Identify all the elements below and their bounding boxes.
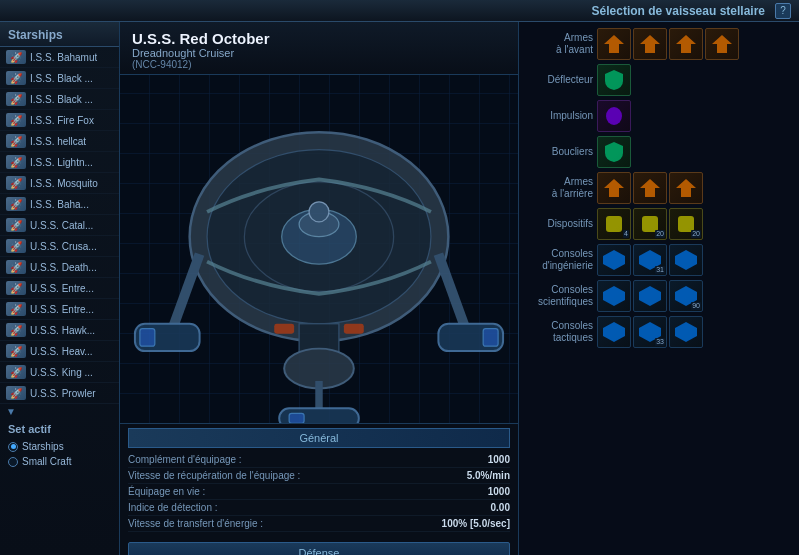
equip-slot-aft-weapons-0[interactable]: [597, 172, 631, 204]
svg-rect-10: [140, 329, 155, 346]
ship-list-icon: 🚀: [6, 218, 26, 232]
equip-slot-impulse-0[interactable]: [597, 100, 631, 132]
equip-slot-fore-weapons-3[interactable]: [705, 28, 739, 60]
ship-registry: (NCC-94012): [132, 59, 506, 70]
equip-slot-devices-0[interactable]: 4: [597, 208, 631, 240]
equip-slot-tac-consoles-0[interactable]: [597, 316, 631, 348]
stat-row: Indice de détection :0.00: [128, 500, 510, 516]
slot-badge: 20: [691, 230, 701, 238]
sidebar-item-iss-baha2[interactable]: 🚀I.S.S. Baha...: [0, 194, 119, 215]
stats-panel: Général Complément d'équipage :1000Vites…: [120, 424, 518, 555]
svg-point-18: [309, 202, 329, 222]
svg-rect-20: [606, 216, 622, 232]
sidebar-item-uss-heav[interactable]: 🚀U.S.S. Heav...: [0, 341, 119, 362]
stat-label: Vitesse de transfert d'énergie :: [128, 518, 263, 529]
sidebar-item-iss-hellcat[interactable]: 🚀I.S.S. hellcat: [0, 131, 119, 152]
equip-section-label: Boucliers: [525, 146, 593, 158]
stat-rows: Complément d'équipage :1000Vitesse de ré…: [128, 452, 510, 532]
sidebar-item-label: I.S.S. Black ...: [30, 73, 93, 84]
equip-row-eng-consoles: Consoles d'ingénierie31: [525, 244, 793, 276]
slot-icon: [600, 319, 628, 345]
equip-slot-eng-consoles-0[interactable]: [597, 244, 631, 276]
equip-slot-sci-consoles-0[interactable]: [597, 280, 631, 312]
equip-slot-sci-consoles-2[interactable]: 90: [669, 280, 703, 312]
equip-row-devices: Dispositifs42020: [525, 208, 793, 240]
sidebar-item-label: U.S.S. Entre...: [30, 304, 94, 315]
svg-marker-29: [603, 322, 625, 342]
sidebar-item-iss-lightn[interactable]: 🚀I.S.S. Lightn...: [0, 152, 119, 173]
slot-badge: 90: [691, 302, 701, 310]
set-item-small-craft[interactable]: Small Craft: [0, 454, 119, 469]
slot-icon: [600, 103, 628, 129]
slot-badge: 20: [655, 230, 665, 238]
sidebar-item-label: U.S.S. Hawk...: [30, 325, 95, 336]
ship-list-icon: 🚀: [6, 92, 26, 106]
sidebar-item-label: I.S.S. Lightn...: [30, 157, 93, 168]
sidebar-item-uss-catal[interactable]: 🚀U.S.S. Catal...: [0, 215, 119, 236]
equip-slot-sci-consoles-1[interactable]: [633, 280, 667, 312]
ship-list-icon: 🚀: [6, 260, 26, 274]
svg-marker-26: [603, 286, 625, 306]
equip-slot-fore-weapons-0[interactable]: [597, 28, 631, 60]
sidebar-item-iss-black1[interactable]: 🚀I.S.S. Black ...: [0, 68, 119, 89]
sidebar-item-uss-hawk[interactable]: 🚀U.S.S. Hawk...: [0, 320, 119, 341]
sidebar-item-label: U.S.S. Entre...: [30, 283, 94, 294]
slot-icon: [600, 283, 628, 309]
equip-slot-aft-weapons-2[interactable]: [669, 172, 703, 204]
slot-badge: 33: [655, 338, 665, 346]
sidebar-item-uss-death[interactable]: 🚀U.S.S. Death...: [0, 257, 119, 278]
equip-slots-deflector: [597, 64, 793, 96]
ship-list-icon: 🚀: [6, 302, 26, 316]
equip-slot-shields-0[interactable]: [597, 136, 631, 168]
sidebar-item-uss-crusa[interactable]: 🚀U.S.S. Crusa...: [0, 236, 119, 257]
stat-row: Complément d'équipage :1000: [128, 452, 510, 468]
equip-section-label: Dispositifs: [525, 218, 593, 230]
slot-icon: [600, 67, 628, 93]
ship-viewport: [120, 75, 518, 424]
center-panel: U.S.S. Red October Dreadnought Cruiser (…: [120, 22, 519, 555]
sidebar-item-iss-firefox[interactable]: 🚀I.S.S. Fire Fox: [0, 110, 119, 131]
equip-slot-eng-consoles-2[interactable]: [669, 244, 703, 276]
slot-icon: [600, 247, 628, 273]
sidebar-item-uss-entre2[interactable]: 🚀U.S.S. Entre...: [0, 299, 119, 320]
help-button[interactable]: ?: [775, 3, 791, 19]
stat-row: Vitesse de transfert d'énergie :100% [5.…: [128, 516, 510, 532]
equip-slots-tac-consoles: 33: [597, 316, 793, 348]
sidebar-item-label: U.S.S. Catal...: [30, 220, 93, 231]
equip-slot-devices-2[interactable]: 20: [669, 208, 703, 240]
ship-list-icon: 🚀: [6, 176, 26, 190]
radio-button[interactable]: [8, 442, 18, 452]
ship-list-icon: 🚀: [6, 155, 26, 169]
equip-slot-eng-consoles-1[interactable]: 31: [633, 244, 667, 276]
sidebar: Starships 🚀I.S.S. Bahamut🚀I.S.S. Black .…: [0, 22, 120, 555]
equip-slot-fore-weapons-1[interactable]: [633, 28, 667, 60]
sidebar-item-iss-mosquito[interactable]: 🚀I.S.S. Mosquito: [0, 173, 119, 194]
equip-slot-fore-weapons-2[interactable]: [669, 28, 703, 60]
sidebar-header: Starships: [0, 22, 119, 47]
equip-section-label: Consoles scientifiques: [525, 284, 593, 308]
equip-slot-aft-weapons-1[interactable]: [633, 172, 667, 204]
sidebar-item-uss-entre1[interactable]: 🚀U.S.S. Entre...: [0, 278, 119, 299]
ship-class: Dreadnought Cruiser: [132, 47, 506, 59]
sidebar-item-uss-king[interactable]: 🚀U.S.S. King ...: [0, 362, 119, 383]
set-item-starships[interactable]: Starships: [0, 439, 119, 454]
equip-slot-tac-consoles-2[interactable]: [669, 316, 703, 348]
radio-button[interactable]: [8, 457, 18, 467]
sidebar-item-uss-prowler[interactable]: 🚀U.S.S. Prowler: [0, 383, 119, 404]
ship-list-icon: 🚀: [6, 323, 26, 337]
sidebar-item-label: I.S.S. Black ...: [30, 94, 93, 105]
svg-rect-15: [289, 413, 304, 423]
slot-icon: [636, 175, 664, 201]
slot-icon: [672, 31, 700, 57]
equip-row-deflector: Déflecteur: [525, 64, 793, 96]
equip-slot-deflector-0[interactable]: [597, 64, 631, 96]
right-panel: Armes à l'avantDéflecteurImpulsionBoucli…: [519, 22, 799, 555]
sidebar-item-iss-bahamut[interactable]: 🚀I.S.S. Bahamut: [0, 47, 119, 68]
equip-slot-tac-consoles-1[interactable]: 33: [633, 316, 667, 348]
sidebar-item-iss-black2[interactable]: 🚀I.S.S. Black ...: [0, 89, 119, 110]
tab-defense-button[interactable]: Défense: [128, 542, 510, 555]
equip-slot-devices-1[interactable]: 20: [633, 208, 667, 240]
slot-icon: [708, 31, 736, 57]
title-bar: Sélection de vaisseau stellaire ?: [0, 0, 799, 22]
slot-badge: 4: [623, 230, 629, 238]
